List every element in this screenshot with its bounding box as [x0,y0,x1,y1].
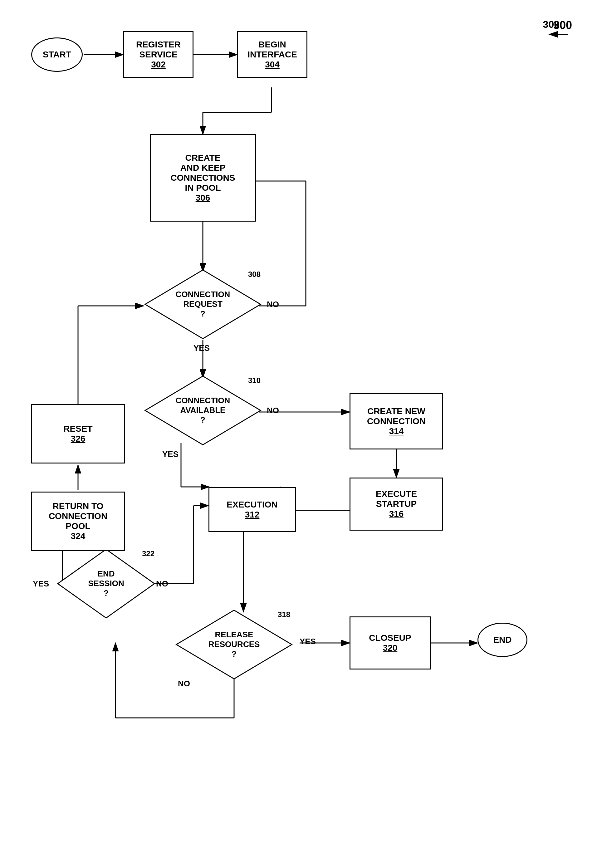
end-node: END [477,623,527,657]
end-session-node: ENDSESSION? 322 [56,548,156,620]
execution-label: EXECUTION [227,500,278,510]
execute-startup-node: EXECUTESTARTUP 316 [349,477,443,531]
conn-req-ref: 308 [248,270,261,279]
begin-interface-ref: 304 [248,59,297,70]
register-service-ref: 302 [136,59,181,70]
execute-startup-label: EXECUTESTARTUP [376,489,417,509]
create-new-label: CREATE NEWCONNECTION [367,406,426,427]
end-session-ref: 322 [142,549,154,558]
begin-interface-label: BEGININTERFACE [248,40,297,59]
begin-interface-node: BEGININTERFACE 304 [237,31,307,78]
create-new-ref: 314 [367,427,426,436]
closeup-ref: 320 [369,643,411,653]
end-session-label: ENDSESSION? [88,569,124,598]
create-keep-node: CREATEAND KEEPCONNECTIONSIN POOL 306 [150,134,256,221]
reset-ref: 326 [63,434,92,444]
return-pool-ref: 324 [49,531,107,541]
connection-request-node: CONNECTIONREQUEST? 308 [144,268,262,340]
diagram-number: 300 [553,19,572,32]
execution-node: EXECUTION 312 [208,487,296,532]
execution-ref: 312 [227,510,278,520]
end-label: END [493,635,511,645]
conn-avail-ref: 310 [248,376,261,385]
conn-avail-label: CONNECTIONAVAILABLE? [176,396,230,425]
return-pool-node: RETURN TOCONNECTIONPOOL 324 [31,492,125,551]
conn-req-label: CONNECTIONREQUEST? [176,290,230,319]
register-service-node: REGISTERSERVICE 302 [123,31,193,78]
end-session-no-label: NO [156,579,168,589]
register-service-label: REGISTERSERVICE [136,40,181,59]
release-yes-label: YES [300,637,316,647]
release-resources-node: RELEASERESOURCES? 318 [175,609,293,681]
conn-avail-yes-label: YES [162,449,178,459]
conn-req-yes-label: YES [193,343,210,353]
release-no-label: NO [178,679,190,688]
reset-label: RESET [63,424,92,434]
execute-startup-ref: 316 [376,509,417,519]
start-label: START [43,50,71,59]
create-keep-ref: 306 [171,193,235,203]
release-res-ref: 318 [278,610,290,619]
connection-available-node: CONNECTIONAVAILABLE? 310 [144,375,262,446]
closeup-label: CLOSEUP [369,633,411,643]
start-node: START [31,37,83,72]
reset-node: RESET 326 [31,404,125,464]
conn-avail-no-label: NO [267,406,279,415]
create-new-node: CREATE NEWCONNECTION 314 [349,393,443,449]
closeup-node: CLOSEUP 320 [349,617,431,669]
end-session-yes-label: YES [33,579,49,589]
diagram-container: 300 [0,0,597,868]
release-res-label: RELEASERESOURCES? [208,630,260,659]
conn-req-no-label: NO [267,300,279,309]
return-pool-label: RETURN TOCONNECTIONPOOL [49,501,107,531]
create-keep-label: CREATEAND KEEPCONNECTIONSIN POOL [171,153,235,193]
